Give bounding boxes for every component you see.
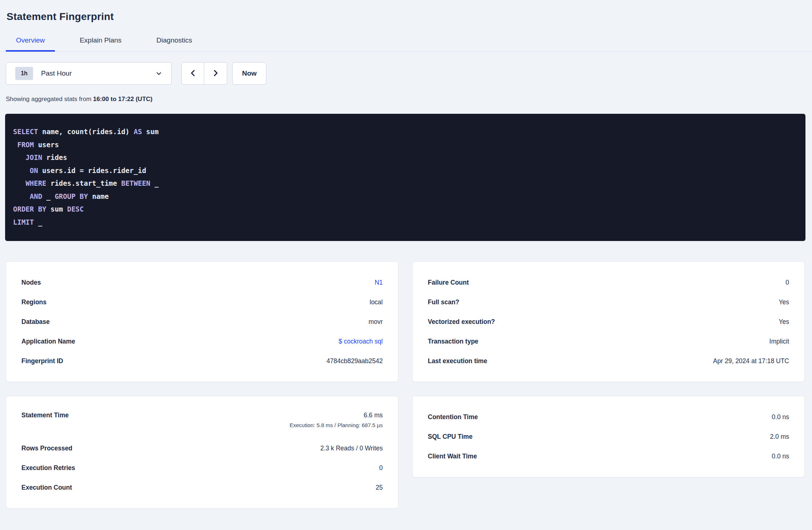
nodes-link[interactable]: N1 xyxy=(375,279,383,286)
sql-code: SELECT name, count(rides.id) AS sum FROM… xyxy=(13,125,797,229)
execution-count-row: Execution Count 25 xyxy=(21,478,383,497)
cards-grid: Nodes N1 Regions local Database movr App… xyxy=(6,261,805,509)
next-interval-button[interactable] xyxy=(204,63,227,84)
row-label: Full scan? xyxy=(428,298,459,306)
summary-card-right: Failure Count 0 Full scan? Yes Vectorize… xyxy=(412,261,805,382)
application-name-link[interactable]: $ cockroach sql xyxy=(338,338,383,345)
interval-arrows xyxy=(181,62,227,85)
row-value: Yes xyxy=(779,318,789,326)
row-value: 4784cb829aab2542 xyxy=(326,357,383,365)
statement-time-row: Statement Time 6.6 ms Execution: 5.8 ms … xyxy=(21,407,383,438)
row-value: 0 xyxy=(785,279,789,286)
aggregation-note-range: 16:00 to 17:22 (UTC) xyxy=(93,96,152,103)
row-label: SQL CPU Time xyxy=(428,433,473,441)
regions-row: Regions local xyxy=(21,292,383,312)
row-label: Nodes xyxy=(21,279,41,286)
nodes-row: Nodes N1 xyxy=(21,273,383,292)
execution-retries-row: Execution Retries 0 xyxy=(21,458,383,478)
fingerprint-id-row: Fingerprint ID 4784cb829aab2542 xyxy=(21,351,383,371)
aggregation-note: Showing aggregated stats from 16:00 to 1… xyxy=(6,96,812,103)
row-value: 0.0 ns xyxy=(772,453,789,460)
last-execution-time-row: Last execution time Apr 29, 2024 at 17:1… xyxy=(428,351,789,371)
row-value: Yes xyxy=(779,298,789,306)
row-value: 6.6 ms xyxy=(290,411,383,419)
row-value: local xyxy=(370,298,383,306)
failure-count-row: Failure Count 0 xyxy=(428,273,789,292)
row-value-stack: 6.6 ms Execution: 5.8 ms / Planning: 687… xyxy=(290,411,383,428)
interval-badge: 1h xyxy=(15,67,33,80)
application-name-row: Application Name $ cockroach sql xyxy=(21,332,383,351)
page-title: Statement Fingerprint xyxy=(0,0,812,23)
chevron-left-icon xyxy=(189,69,197,78)
row-label: Execution Retries xyxy=(21,464,75,472)
now-button[interactable]: Now xyxy=(232,62,266,85)
row-label: Client Wait Time xyxy=(428,453,477,460)
row-value: 0 xyxy=(379,464,383,472)
client-wait-time-row: Client Wait Time 0.0 ns xyxy=(428,446,789,466)
summary-card-left: Nodes N1 Regions local Database movr App… xyxy=(6,261,398,382)
chevron-right-icon xyxy=(212,69,220,78)
row-label: Vectorized execution? xyxy=(428,318,495,326)
statement-fingerprint-page: Statement Fingerprint Overview Explain P… xyxy=(0,0,812,530)
row-subvalue: Execution: 5.8 ms / Planning: 687.5 µs xyxy=(290,422,383,428)
row-label: Fingerprint ID xyxy=(21,357,63,365)
time-interval-dropdown[interactable]: 1h Past Hour xyxy=(6,62,172,85)
time-controls: 1h Past Hour Now xyxy=(6,62,812,85)
performance-card-right: Contention Time 0.0 ns SQL CPU Time 2.0 … xyxy=(412,396,805,477)
row-value: 2.3 k Reads / 0 Writes xyxy=(320,445,383,452)
performance-card-left: Statement Time 6.6 ms Execution: 5.8 ms … xyxy=(6,396,398,509)
row-value: Apr 29, 2024 at 17:18 UTC xyxy=(713,357,789,365)
row-value: Implicit xyxy=(769,338,789,345)
sql-statement-box: SELECT name, count(rides.id) AS sum FROM… xyxy=(5,114,805,241)
row-label: Transaction type xyxy=(428,338,478,345)
previous-interval-button[interactable] xyxy=(182,63,204,84)
row-label: Contention Time xyxy=(428,413,478,421)
database-row: Database movr xyxy=(21,312,383,332)
sql-cpu-time-row: SQL CPU Time 2.0 ms xyxy=(428,427,789,446)
row-value: 25 xyxy=(376,484,383,491)
chevron-down-icon xyxy=(155,70,162,77)
rows-processed-row: Rows Processed 2.3 k Reads / 0 Writes xyxy=(21,438,383,458)
contention-time-row: Contention Time 0.0 ns xyxy=(428,407,789,427)
row-value: 2.0 ms xyxy=(770,433,789,441)
tab-overview[interactable]: Overview xyxy=(6,36,55,52)
row-label: Application Name xyxy=(21,338,75,345)
row-value: movr xyxy=(369,318,383,326)
row-label: Regions xyxy=(21,298,47,306)
tab-bar: Overview Explain Plans Diagnostics xyxy=(0,36,812,52)
tab-diagnostics[interactable]: Diagnostics xyxy=(146,36,202,52)
vectorized-execution-row: Vectorized execution? Yes xyxy=(428,312,789,332)
row-label: Database xyxy=(21,318,50,326)
row-label: Statement Time xyxy=(21,411,69,419)
transaction-type-row: Transaction type Implicit xyxy=(428,332,789,351)
interval-label: Past Hour xyxy=(41,69,72,77)
tab-explain-plans[interactable]: Explain Plans xyxy=(69,36,132,52)
row-label: Failure Count xyxy=(428,279,469,286)
aggregation-note-prefix: Showing aggregated stats from xyxy=(6,96,93,103)
full-scan-row: Full scan? Yes xyxy=(428,292,789,312)
row-value: 0.0 ns xyxy=(772,413,789,421)
row-label: Rows Processed xyxy=(21,445,72,452)
row-label: Execution Count xyxy=(21,484,72,491)
row-label: Last execution time xyxy=(428,357,487,365)
